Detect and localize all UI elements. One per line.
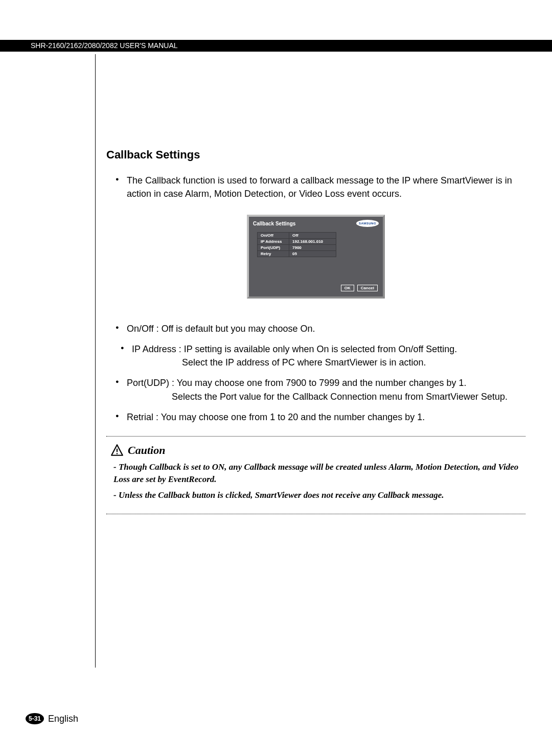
callback-settings-dialog: Callback Settings SAMSUNG On/Off Off IP …	[247, 215, 385, 299]
table-row: Port(UDP) 7900	[258, 245, 336, 251]
warning-icon	[110, 444, 124, 457]
table-row: On/Off Off	[258, 233, 336, 239]
row-label: On/Off	[258, 233, 289, 239]
dialog-settings-table: On/Off Off IP Address 192.168.001.010 Po…	[257, 232, 336, 257]
details-list: On/Off : Off is default but you may choo…	[116, 322, 525, 424]
dialog-title: Callback Settings	[253, 221, 295, 226]
dotted-divider	[106, 514, 525, 514]
caution-item-2: - Unless the Callback button is clicked,…	[113, 489, 525, 501]
bullet-onoff: On/Off : Off is default but you may choo…	[116, 322, 525, 335]
dotted-divider	[106, 436, 525, 437]
dialog-button-row: OK Cancel	[254, 285, 378, 291]
cancel-button[interactable]: Cancel	[357, 285, 378, 291]
bullet-ip: IP Address : IP setting is available onl…	[121, 342, 525, 369]
table-row: IP Address 192.168.001.010	[258, 239, 336, 245]
dialog-header: Callback Settings SAMSUNG	[249, 217, 383, 229]
row-label: IP Address	[258, 239, 289, 245]
bullet-ip-line1: IP Address : IP setting is available onl…	[132, 344, 457, 354]
caution-heading: Caution	[110, 444, 525, 457]
row-label: Port(UDP)	[258, 245, 289, 251]
manual-title: SHR-2160/2162/2080/2082 USER'S MANUAL	[26, 40, 188, 52]
bullet-ip-line2: Select the IP address of PC where SmartV…	[132, 356, 525, 369]
samsung-logo: SAMSUNG	[356, 220, 379, 227]
caution-label: Caution	[128, 444, 165, 457]
bullet-port-line2: Selects the Port value for the Callback …	[127, 390, 525, 403]
section-heading: Callback Settings	[106, 148, 525, 162]
page-footer: 5-31 English	[26, 713, 78, 724]
svg-point-1	[117, 453, 118, 454]
caution-item-1: - Though Callback is set to ON, any Call…	[113, 461, 525, 486]
ok-button[interactable]: OK	[341, 285, 354, 291]
intro-list: The Callback function is used to forward…	[116, 174, 525, 200]
intro-bullet: The Callback function is used to forward…	[116, 174, 525, 200]
footer-language: English	[48, 714, 78, 724]
page-content: Callback Settings The Callback function …	[106, 148, 525, 521]
table-row: Retry 05	[258, 251, 336, 257]
row-value[interactable]: 05	[289, 251, 336, 257]
bullet-retrial: Retrial : You may choose one from 1 to 2…	[116, 410, 525, 424]
vertical-divider	[95, 54, 96, 668]
row-value[interactable]: 7900	[289, 245, 336, 251]
row-value[interactable]: Off	[289, 233, 336, 239]
embedded-screenshot: Callback Settings SAMSUNG On/Off Off IP …	[247, 215, 385, 299]
bullet-port: Port(UDP) : You may choose one from 7900…	[116, 376, 525, 403]
page-number-badge: 5-31	[26, 713, 44, 724]
row-label: Retry	[258, 251, 289, 257]
caution-body: - Though Callback is set to ON, any Call…	[113, 461, 525, 501]
row-value[interactable]: 192.168.001.010	[289, 239, 336, 245]
bullet-port-line1: Port(UDP) : You may choose one from 7900…	[127, 378, 466, 388]
